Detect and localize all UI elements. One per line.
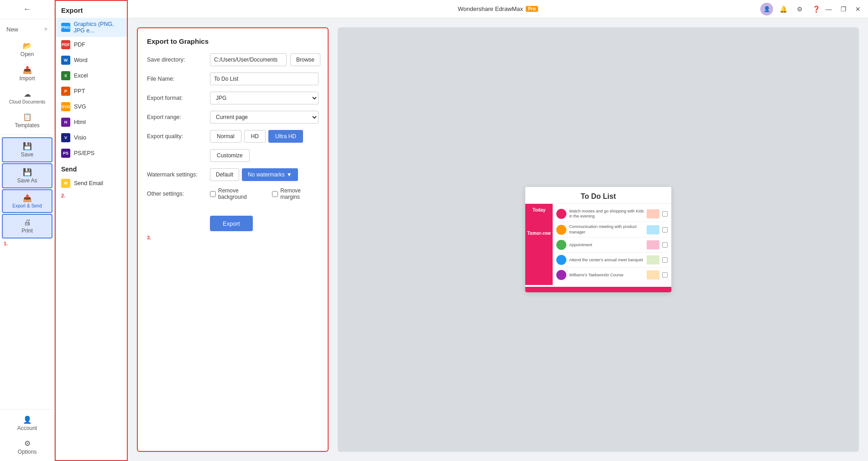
svg-label: SVG: [74, 104, 86, 110]
send-email[interactable]: ✉ Send Email: [56, 176, 127, 191]
list-item: Attend the center's annual meet banquet: [556, 253, 668, 268]
no-watermarks-button[interactable]: No watermarks ▼: [242, 168, 298, 181]
remove-background-checkbox[interactable]: [210, 191, 216, 197]
file-name-input[interactable]: [210, 73, 319, 85]
todo-footer-bar: [525, 287, 671, 292]
watermark-label: Watermark settings:: [147, 171, 206, 178]
save-label: Save: [21, 151, 33, 158]
close-button[interactable]: ✕: [852, 3, 864, 16]
ppt-label: PPT: [74, 88, 85, 94]
svg-icon: SVG: [61, 102, 70, 111]
sidebar-item-save-as[interactable]: 💾 Save As: [2, 163, 52, 188]
main-content: Wondershare EdrawMax Pro 👤 🔔 ⚙ ❓ — ❐ ✕ E…: [128, 0, 868, 461]
item-thumb: [647, 240, 659, 249]
export-quality-row: Export quality: Normal HD Ultra HD: [147, 130, 319, 143]
sidebar-item-cloud[interactable]: ☁ Cloud Documents: [2, 86, 52, 108]
avatar: [556, 270, 566, 280]
quality-hd[interactable]: HD: [244, 130, 266, 143]
item-text: Appointment: [569, 243, 644, 248]
secondary-panel: Export PNG Graphics (PNG, JPG e... PDF P…: [55, 0, 128, 461]
back-button[interactable]: ←: [0, 0, 54, 19]
open-icon: 📂: [23, 41, 32, 50]
word-label: Word: [74, 57, 88, 63]
export-excel[interactable]: X Excel: [56, 68, 127, 83]
settings-icon[interactable]: ⚙: [793, 3, 806, 16]
sidebar-item-import[interactable]: 📥 Import: [2, 62, 52, 85]
export-ppt[interactable]: P PPT: [56, 83, 127, 99]
export-button[interactable]: Export: [210, 216, 253, 231]
dropdown-icon: ▼: [287, 171, 292, 178]
sidebar-item-options[interactable]: ⚙ Options: [2, 435, 52, 459]
remove-margins-label[interactable]: Remove margins: [272, 187, 319, 200]
export-graphics[interactable]: PNG Graphics (PNG, JPG e...: [56, 18, 127, 37]
account-label: Account: [17, 425, 37, 431]
browse-button[interactable]: Browse: [290, 53, 320, 66]
restore-button[interactable]: ❐: [837, 3, 850, 16]
item-checkbox[interactable]: [662, 242, 668, 248]
export-word[interactable]: W Word: [56, 52, 127, 68]
tomorrow-label: Tomor-row: [527, 231, 550, 236]
app-title: Wondershare EdrawMax Pro: [458, 5, 538, 12]
export-format-select[interactable]: JPG PNG BMP GIF TIFF: [210, 92, 319, 104]
file-name-row: File Name:: [147, 73, 319, 85]
item-checkbox[interactable]: [662, 257, 668, 263]
window-controls: — ❐ ✕: [822, 3, 864, 16]
step3-label: 3.: [147, 235, 151, 240]
sidebar-item-print[interactable]: 🖨 Print: [2, 214, 52, 238]
topbar-icons: 👤 🔔 ⚙ ❓: [760, 3, 822, 16]
export-ps[interactable]: PS PS/EPS: [56, 145, 127, 161]
customize-button[interactable]: Customize: [210, 149, 250, 162]
export-range-select[interactable]: Current page All pages Selected objects: [210, 111, 319, 124]
save-directory-input[interactable]: [210, 53, 287, 66]
sidebar-item-account[interactable]: 👤 Account: [2, 412, 52, 435]
remove-margins-checkbox[interactable]: [272, 191, 278, 197]
list-item: Watch movies and go shopping with Kids i…: [556, 207, 668, 222]
back-icon[interactable]: ←: [23, 5, 31, 14]
remove-background-label[interactable]: Remove background: [210, 187, 265, 200]
export-visio[interactable]: V Visio: [56, 130, 127, 145]
export-html[interactable]: H Html: [56, 114, 127, 130]
todo-content: Watch movies and go shopping with Kids i…: [553, 204, 671, 285]
item-checkbox[interactable]: [662, 227, 668, 233]
import-icon: 📥: [23, 66, 32, 74]
sidebar: ← New + 📂 Open 📥 Import ☁ Cloud Document…: [0, 0, 55, 461]
word-icon: W: [61, 56, 70, 65]
quality-ultra-hd[interactable]: Ultra HD: [268, 130, 303, 143]
sidebar-item-save[interactable]: 💾 Save: [2, 137, 52, 162]
sidebar-item-templates[interactable]: 📋 Templates: [2, 109, 52, 132]
export-icon: 📤: [23, 194, 32, 202]
item-checkbox[interactable]: [662, 211, 668, 217]
sidebar-footer: 👤 Account ⚙ Options: [0, 409, 54, 461]
topbar: Wondershare EdrawMax Pro 👤 🔔 ⚙ ❓ — ❐ ✕: [128, 0, 868, 18]
file-name-label: File Name:: [147, 76, 206, 82]
sidebar-item-new[interactable]: New +: [2, 21, 52, 37]
ppt-icon: P: [61, 87, 70, 96]
content-area: Export to Graphics Save directory: Brows…: [128, 18, 868, 461]
quality-group: Normal HD Ultra HD: [210, 130, 303, 143]
item-text: Attend the center's annual meet banquet: [569, 258, 644, 263]
preview-panel: To Do List Today Tomor-row Watch movies …: [338, 27, 859, 452]
help-icon[interactable]: ❓: [810, 3, 822, 16]
dialog-title: Export to Graphics: [147, 37, 319, 45]
avatar: [556, 225, 566, 235]
notification-icon[interactable]: 🔔: [777, 3, 790, 16]
account-icon: 👤: [23, 415, 32, 424]
item-checkbox[interactable]: [662, 272, 668, 278]
export-range-row: Export range: Current page All pages Sel…: [147, 111, 319, 124]
graphics-label: Graphics (PNG, JPG e...: [74, 21, 121, 34]
user-avatar[interactable]: 👤: [760, 3, 773, 16]
sidebar-item-export-send[interactable]: 📤 Export & Send: [2, 189, 52, 213]
preview-card: To Do List Today Tomor-row Watch movies …: [525, 187, 671, 293]
quality-normal[interactable]: Normal: [210, 130, 241, 143]
sidebar-nav: New + 📂 Open 📥 Import ☁ Cloud Documents …: [0, 19, 54, 409]
today-label: Today: [533, 207, 546, 212]
sidebar-item-open[interactable]: 📂 Open: [2, 38, 52, 61]
templates-label: Templates: [15, 122, 40, 129]
import-label: Import: [19, 75, 35, 82]
pro-badge: Pro: [526, 6, 538, 12]
options-label: Options: [18, 449, 37, 455]
minimize-button[interactable]: —: [822, 3, 835, 16]
export-svg[interactable]: SVG SVG: [56, 99, 127, 114]
export-range-label: Export range:: [147, 114, 206, 120]
export-pdf[interactable]: PDF PDF: [56, 37, 127, 52]
